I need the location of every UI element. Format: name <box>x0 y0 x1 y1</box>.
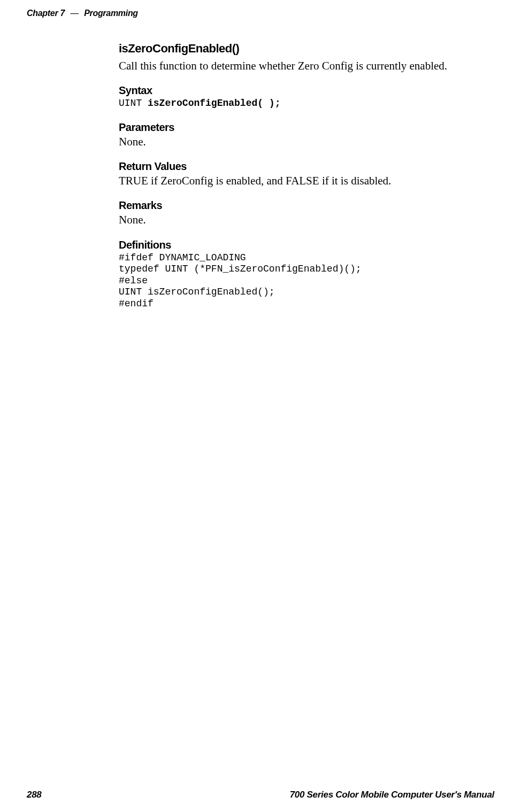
syntax-heading: Syntax <box>119 84 493 97</box>
syntax-code: UINT isZeroConfigEnabled( ); <box>119 98 493 110</box>
parameters-text: None. <box>119 135 493 149</box>
function-description: Call this function to determine whether … <box>119 59 493 73</box>
content-area: isZeroConfigEnabled() Call this function… <box>119 42 493 310</box>
header-separator: — <box>70 9 79 18</box>
header-title: Programming <box>84 9 138 18</box>
page-footer: 288 700 Series Color Mobile Computer Use… <box>27 790 494 800</box>
footer-manual-title: 700 Series Color Mobile Computer User's … <box>290 790 494 800</box>
remarks-heading: Remarks <box>119 199 493 212</box>
return-values-text: TRUE if ZeroConfig is enabled, and FALSE… <box>119 174 493 188</box>
return-values-heading: Return Values <box>119 160 493 173</box>
definitions-heading: Definitions <box>119 239 493 251</box>
page-header: Chapter 7 — Programming <box>27 9 138 18</box>
definitions-code: #ifdef DYNAMIC_LOADING typedef UINT (*PF… <box>119 252 493 310</box>
header-chapter: Chapter 7 <box>27 9 65 18</box>
function-title: isZeroConfigEnabled() <box>119 42 493 56</box>
remarks-text: None. <box>119 213 493 227</box>
parameters-heading: Parameters <box>119 121 493 134</box>
syntax-prefix: UINT <box>119 98 148 109</box>
page-number: 288 <box>27 790 41 800</box>
syntax-bold: isZeroConfigEnabled( ); <box>148 98 280 109</box>
